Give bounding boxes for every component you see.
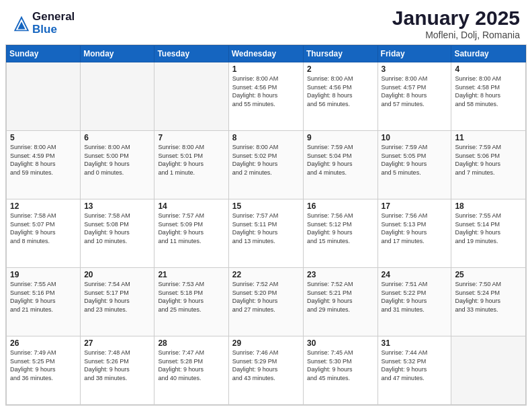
day-number: 17 <box>382 201 448 211</box>
col-sunday: Sunday <box>7 46 81 62</box>
day-info: Sunrise: 7:53 AM Sunset: 5:18 PM Dayligh… <box>158 280 224 314</box>
day-number: 9 <box>307 133 374 142</box>
day-info: Sunrise: 7:56 AM Sunset: 5:12 PM Dayligh… <box>307 212 374 245</box>
calendar-cell: 1Sunrise: 8:00 AM Sunset: 4:56 PM Daylig… <box>228 62 303 131</box>
day-number: 26 <box>10 338 77 348</box>
day-number: 11 <box>455 133 522 142</box>
day-number: 29 <box>232 338 300 348</box>
day-number: 24 <box>382 270 448 279</box>
calendar-body: 1Sunrise: 8:00 AM Sunset: 4:56 PM Daylig… <box>7 62 526 405</box>
calendar-cell: 19Sunrise: 7:55 AM Sunset: 5:16 PM Dayli… <box>7 268 81 336</box>
page: General Blue January 2025 Mofleni, Dolj,… <box>0 0 532 411</box>
calendar-cell <box>154 62 228 131</box>
day-number: 19 <box>10 270 77 279</box>
day-number: 1 <box>232 64 300 74</box>
day-info: Sunrise: 7:51 AM Sunset: 5:22 PM Dayligh… <box>382 280 448 314</box>
day-info: Sunrise: 8:00 AM Sunset: 5:02 PM Dayligh… <box>232 143 300 177</box>
day-number: 25 <box>455 270 522 279</box>
day-number: 6 <box>84 133 150 142</box>
day-number: 10 <box>382 133 448 142</box>
day-number: 27 <box>84 338 150 348</box>
calendar-cell <box>81 62 154 131</box>
calendar-cell: 25Sunrise: 7:50 AM Sunset: 5:24 PM Dayli… <box>451 268 526 336</box>
day-info: Sunrise: 8:00 AM Sunset: 4:58 PM Dayligh… <box>455 75 522 108</box>
day-number: 3 <box>382 64 448 74</box>
calendar-cell: 16Sunrise: 7:56 AM Sunset: 5:12 PM Dayli… <box>303 199 378 268</box>
day-info: Sunrise: 7:50 AM Sunset: 5:24 PM Dayligh… <box>455 280 522 314</box>
logo-text: General Blue <box>32 11 75 36</box>
calendar-cell: 12Sunrise: 7:58 AM Sunset: 5:07 PM Dayli… <box>7 199 81 268</box>
day-info: Sunrise: 7:58 AM Sunset: 5:08 PM Dayligh… <box>84 212 150 245</box>
col-wednesday: Wednesday <box>228 46 303 62</box>
day-number: 16 <box>307 201 374 211</box>
calendar-week-4: 19Sunrise: 7:55 AM Sunset: 5:16 PM Dayli… <box>7 268 526 336</box>
calendar-header: Sunday Monday Tuesday Wednesday Thursday… <box>7 46 526 62</box>
title-block: January 2025 Mofleni, Dolj, Romania <box>392 7 520 40</box>
day-info: Sunrise: 7:59 AM Sunset: 5:05 PM Dayligh… <box>382 143 448 177</box>
calendar-cell: 5Sunrise: 8:00 AM Sunset: 4:59 PM Daylig… <box>7 131 81 199</box>
day-info: Sunrise: 7:49 AM Sunset: 5:25 PM Dayligh… <box>10 349 77 382</box>
day-info: Sunrise: 7:57 AM Sunset: 5:11 PM Dayligh… <box>232 212 300 245</box>
day-info: Sunrise: 8:00 AM Sunset: 5:01 PM Dayligh… <box>158 143 224 177</box>
day-number: 18 <box>455 201 522 211</box>
day-info: Sunrise: 7:52 AM Sunset: 5:20 PM Dayligh… <box>232 280 300 314</box>
logo-blue-text: Blue <box>32 24 75 36</box>
calendar-cell: 20Sunrise: 7:54 AM Sunset: 5:17 PM Dayli… <box>81 268 154 336</box>
day-info: Sunrise: 7:45 AM Sunset: 5:30 PM Dayligh… <box>307 349 374 382</box>
day-info: Sunrise: 8:00 AM Sunset: 4:59 PM Dayligh… <box>10 143 77 177</box>
calendar-cell: 8Sunrise: 8:00 AM Sunset: 5:02 PM Daylig… <box>228 131 303 199</box>
calendar-week-2: 5Sunrise: 8:00 AM Sunset: 4:59 PM Daylig… <box>7 131 526 199</box>
calendar-week-1: 1Sunrise: 8:00 AM Sunset: 4:56 PM Daylig… <box>7 62 526 131</box>
day-info: Sunrise: 7:47 AM Sunset: 5:28 PM Dayligh… <box>158 349 224 382</box>
calendar-cell: 22Sunrise: 7:52 AM Sunset: 5:20 PM Dayli… <box>228 268 303 336</box>
calendar-cell: 31Sunrise: 7:44 AM Sunset: 5:32 PM Dayli… <box>378 336 451 405</box>
day-info: Sunrise: 8:00 AM Sunset: 5:00 PM Dayligh… <box>84 143 150 177</box>
day-info: Sunrise: 7:48 AM Sunset: 5:26 PM Dayligh… <box>84 349 150 382</box>
day-number: 5 <box>10 133 77 142</box>
calendar-cell: 6Sunrise: 8:00 AM Sunset: 5:00 PM Daylig… <box>81 131 154 199</box>
day-info: Sunrise: 8:00 AM Sunset: 4:56 PM Dayligh… <box>307 75 374 108</box>
calendar-week-5: 26Sunrise: 7:49 AM Sunset: 5:25 PM Dayli… <box>7 336 526 405</box>
day-info: Sunrise: 8:00 AM Sunset: 4:57 PM Dayligh… <box>382 75 448 108</box>
day-number: 8 <box>232 133 300 142</box>
calendar-cell: 24Sunrise: 7:51 AM Sunset: 5:22 PM Dayli… <box>378 268 451 336</box>
logo-general-text: General <box>32 11 75 24</box>
day-number: 2 <box>307 64 374 74</box>
day-number: 23 <box>307 270 374 279</box>
calendar-cell: 29Sunrise: 7:46 AM Sunset: 5:29 PM Dayli… <box>228 336 303 405</box>
header-row: Sunday Monday Tuesday Wednesday Thursday… <box>7 46 526 62</box>
calendar-cell: 14Sunrise: 7:57 AM Sunset: 5:09 PM Dayli… <box>154 199 228 268</box>
day-info: Sunrise: 7:52 AM Sunset: 5:21 PM Dayligh… <box>307 280 374 314</box>
calendar-cell: 23Sunrise: 7:52 AM Sunset: 5:21 PM Dayli… <box>303 268 378 336</box>
day-number: 12 <box>10 201 77 211</box>
calendar-cell: 7Sunrise: 8:00 AM Sunset: 5:01 PM Daylig… <box>154 131 228 199</box>
day-info: Sunrise: 7:59 AM Sunset: 5:06 PM Dayligh… <box>455 143 522 177</box>
logo-icon <box>12 14 31 33</box>
calendar-location: Mofleni, Dolj, Romania <box>392 30 520 40</box>
day-info: Sunrise: 7:46 AM Sunset: 5:29 PM Dayligh… <box>232 349 300 382</box>
calendar-cell: 4Sunrise: 8:00 AM Sunset: 4:58 PM Daylig… <box>451 62 526 131</box>
day-number: 4 <box>455 64 522 74</box>
col-saturday: Saturday <box>451 46 526 62</box>
header: General Blue January 2025 Mofleni, Dolj,… <box>0 0 532 44</box>
calendar-cell: 15Sunrise: 7:57 AM Sunset: 5:11 PM Dayli… <box>228 199 303 268</box>
calendar-cell: 21Sunrise: 7:53 AM Sunset: 5:18 PM Dayli… <box>154 268 228 336</box>
calendar-table: Sunday Monday Tuesday Wednesday Thursday… <box>6 45 526 405</box>
day-info: Sunrise: 7:57 AM Sunset: 5:09 PM Dayligh… <box>158 212 224 245</box>
day-number: 14 <box>158 201 224 211</box>
calendar-cell: 27Sunrise: 7:48 AM Sunset: 5:26 PM Dayli… <box>81 336 154 405</box>
day-number: 22 <box>232 270 300 279</box>
calendar-cell: 9Sunrise: 7:59 AM Sunset: 5:04 PM Daylig… <box>303 131 378 199</box>
day-info: Sunrise: 7:56 AM Sunset: 5:13 PM Dayligh… <box>382 212 448 245</box>
calendar-cell: 26Sunrise: 7:49 AM Sunset: 5:25 PM Dayli… <box>7 336 81 405</box>
calendar-cell: 11Sunrise: 7:59 AM Sunset: 5:06 PM Dayli… <box>451 131 526 199</box>
calendar-cell: 28Sunrise: 7:47 AM Sunset: 5:28 PM Dayli… <box>154 336 228 405</box>
calendar-cell: 13Sunrise: 7:58 AM Sunset: 5:08 PM Dayli… <box>81 199 154 268</box>
col-friday: Friday <box>378 46 451 62</box>
col-tuesday: Tuesday <box>154 46 228 62</box>
day-number: 13 <box>84 201 150 211</box>
calendar-cell: 10Sunrise: 7:59 AM Sunset: 5:05 PM Dayli… <box>378 131 451 199</box>
calendar: Sunday Monday Tuesday Wednesday Thursday… <box>5 44 527 406</box>
day-number: 31 <box>382 338 448 348</box>
calendar-cell: 2Sunrise: 8:00 AM Sunset: 4:56 PM Daylig… <box>303 62 378 131</box>
